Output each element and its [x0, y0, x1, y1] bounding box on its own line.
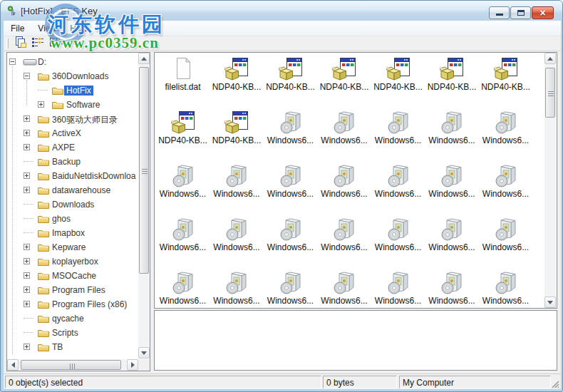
close-button[interactable]: ×	[532, 6, 554, 19]
tree-item-tb[interactable]: TB	[7, 340, 138, 354]
expand-icon[interactable]	[24, 130, 30, 136]
expand-icon[interactable]	[24, 301, 30, 307]
tree-item-hotfix[interactable]: HotFix	[7, 83, 138, 98]
expand-icon[interactable]	[24, 287, 30, 293]
menu-view[interactable]: View	[31, 21, 63, 36]
file-item[interactable]: NDP40-KB...	[318, 55, 371, 95]
expand-icon[interactable]	[24, 187, 30, 193]
file-item[interactable]: Windows6...	[210, 215, 264, 255]
tree-item-label[interactable]: Program Files (x86)	[50, 299, 129, 309]
details-view-button[interactable]	[46, 37, 63, 51]
file-item[interactable]: Windows6...	[479, 108, 532, 148]
collapse-icon[interactable]	[9, 58, 16, 65]
tree-scroll-down-button[interactable]	[138, 347, 150, 359]
file-item[interactable]: Windows6...	[210, 162, 264, 202]
files-vscroll-thumb[interactable]	[545, 68, 555, 118]
file-item[interactable]: NDP40-KB...	[371, 55, 425, 95]
expand-icon[interactable]	[24, 272, 30, 279]
file-item[interactable]: Windows6...	[479, 215, 532, 255]
tree-item-koplayerbox[interactable]: koplayerbox	[7, 254, 138, 269]
tree-item-label[interactable]: Downloads	[50, 200, 96, 210]
tree-item-axpe[interactable]: AXPE	[7, 140, 138, 155]
tree-vscroll-thumb[interactable]	[139, 67, 149, 274]
minimize-button[interactable]	[489, 6, 510, 19]
file-item[interactable]: Windows6...	[318, 269, 371, 308]
file-item[interactable]: NDP40-KB...	[156, 108, 210, 148]
tree-item-label[interactable]: Scripts	[50, 328, 81, 338]
menu-help[interactable]: Help	[63, 21, 94, 36]
tree-item-imapbox[interactable]: Imapbox	[7, 226, 138, 240]
titlebar[interactable]: [HotFix] - EFS Key ×	[1, 1, 563, 21]
maximize-button[interactable]	[510, 6, 531, 19]
file-item[interactable]: Windows6...	[371, 162, 425, 202]
tree-item-label[interactable]: ActiveX	[50, 128, 83, 138]
collapse-icon[interactable]	[24, 73, 30, 79]
files-scroll-down-button[interactable]	[544, 296, 556, 308]
file-item[interactable]: Windows6...	[371, 215, 425, 255]
tree-vscrollbar[interactable]	[138, 53, 150, 359]
expand-icon[interactable]	[24, 258, 30, 264]
file-item[interactable]: Windows6...	[318, 215, 371, 255]
file-item[interactable]: Windows6...	[264, 162, 317, 202]
file-item[interactable]: Windows6...	[371, 108, 425, 148]
file-item[interactable]: filelist.dat	[156, 55, 210, 95]
file-item[interactable]: NDP40-KB...	[210, 108, 264, 148]
tree-item-label[interactable]: BaiduNetdiskDownloa	[50, 171, 138, 181]
tree-hscroll-thumb[interactable]	[21, 360, 121, 370]
tree-scroll-right-button[interactable]	[127, 359, 138, 371]
expand-icon[interactable]	[24, 244, 30, 250]
tree-item-label[interactable]: D:	[36, 57, 48, 67]
tree-item-downloads[interactable]: Downloads	[7, 197, 138, 212]
file-item[interactable]: NDP40-KB...	[264, 55, 317, 95]
file-item[interactable]: Windows6...	[425, 162, 479, 202]
file-item[interactable]: Windows6...	[371, 269, 425, 308]
tree-item-program-files[interactable]: Program Files	[7, 283, 138, 297]
expand-icon[interactable]	[24, 344, 30, 350]
tree-item-label[interactable]: ghos	[50, 214, 73, 224]
file-item[interactable]: Windows6...	[264, 108, 317, 148]
file-item[interactable]: Windows6...	[264, 215, 317, 255]
tree-item-label[interactable]: Program Files	[50, 285, 108, 295]
tree-item-label[interactable]: koplayerbox	[50, 257, 100, 267]
file-item[interactable]: Windows6...	[264, 269, 317, 308]
list-view-button[interactable]	[29, 37, 46, 51]
tree-item-scripts[interactable]: Scripts	[7, 326, 138, 340]
tree-scroll-up-button[interactable]	[138, 53, 150, 64]
menu-file[interactable]: File	[4, 21, 31, 36]
tree-item-label[interactable]: 360Downloads	[50, 71, 110, 81]
tree-item-ghos[interactable]: ghos	[7, 212, 138, 226]
file-item[interactable]: NDP40-KB...	[479, 55, 532, 95]
tree-item-label[interactable]: 360驱动大师目录	[50, 114, 120, 126]
file-item[interactable]: Windows6...	[318, 162, 371, 202]
expand-icon[interactable]	[24, 144, 30, 150]
tree-item-msocache[interactable]: MSOCache	[7, 269, 138, 283]
tree-scroll-left-button[interactable]	[7, 359, 19, 371]
tree-item-label[interactable]: HotFix	[64, 86, 93, 96]
tree-item-label[interactable]: Backup	[50, 157, 83, 167]
resize-grip-icon[interactable]	[550, 378, 559, 388]
file-item[interactable]: Windows6...	[479, 162, 532, 202]
tree-item-backup[interactable]: Backup	[7, 155, 138, 169]
file-item[interactable]: NDP40-KB...	[210, 55, 264, 95]
file-item[interactable]: Windows6...	[156, 162, 210, 202]
tree-item-360驱动大师目录[interactable]: 360驱动大师目录	[7, 112, 138, 126]
tree-item-kepware[interactable]: Kepware	[7, 240, 138, 254]
expand-icon[interactable]	[24, 172, 30, 179]
tree-item-datawarehouse[interactable]: datawarehouse	[7, 183, 138, 197]
tree-item-qycache[interactable]: qycache	[7, 311, 138, 326]
tree-item-label[interactable]: Imapbox	[50, 228, 87, 238]
tree-item-label[interactable]: MSOCache	[50, 271, 98, 281]
tree-item-label[interactable]: AXPE	[50, 143, 77, 153]
file-item[interactable]: NDP40-KB...	[425, 55, 479, 95]
file-item[interactable]: Windows6...	[479, 269, 532, 308]
tree-item-activex[interactable]: ActiveX	[7, 126, 138, 140]
file-item[interactable]: Windows6...	[156, 215, 210, 255]
tree-item-software[interactable]: Software	[7, 98, 138, 112]
files-scroll-up-button[interactable]	[544, 53, 556, 64]
tree-item-label[interactable]: datawarehouse	[50, 185, 113, 195]
tree-item-partial[interactable]	[7, 354, 138, 359]
tree-item-label[interactable]: Kepware	[50, 242, 88, 252]
tree-item-360downloads[interactable]: 360Downloads	[7, 69, 138, 83]
tree-item-d-[interactable]: D:	[7, 55, 138, 69]
tree-item-program-files-x86-[interactable]: Program Files (x86)	[7, 297, 138, 311]
